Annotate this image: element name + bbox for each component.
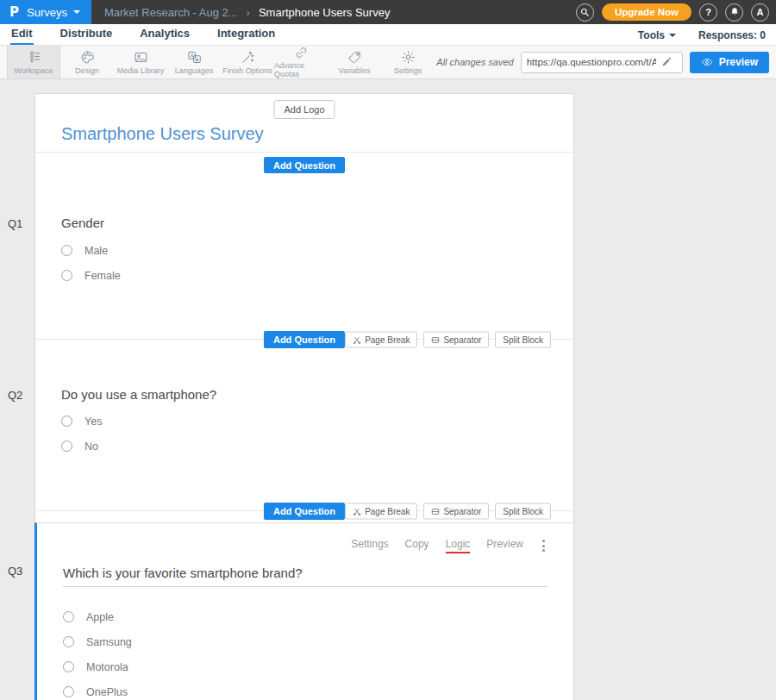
toolbar-item-variables[interactable]: Variables — [328, 46, 381, 78]
separator-button[interactable]: Separator — [423, 332, 489, 348]
toolbar-item-label: Variables — [339, 66, 371, 75]
radio-button[interactable] — [63, 636, 74, 647]
survey-title[interactable]: Smartphone Users Survey — [61, 124, 264, 144]
tab-integration[interactable]: Integration — [216, 24, 276, 45]
page-break-label: Page Break — [365, 335, 410, 345]
radio-button[interactable] — [61, 441, 72, 452]
option-label[interactable]: Male — [84, 245, 108, 257]
toolbar-item-label: Media Library — [117, 66, 165, 75]
radio-button[interactable] — [61, 245, 72, 256]
answer-option: Samsung — [63, 634, 548, 650]
edit-url-button[interactable] — [661, 57, 677, 67]
page-break-button[interactable]: Page Break — [345, 332, 417, 348]
question-copy-link[interactable]: Copy — [405, 538, 429, 553]
preview-label: Preview — [719, 56, 758, 68]
toolbar-item-label: Design — [75, 66, 99, 75]
toolbar-item-design[interactable]: Design — [60, 46, 114, 78]
account-avatar[interactable]: A — [751, 3, 769, 22]
option-label[interactable]: Apple — [86, 611, 114, 623]
toolbar-item-label: Settings — [394, 66, 422, 75]
option-label[interactable]: Samsung — [86, 636, 132, 648]
separator-icon — [431, 507, 440, 516]
help-button[interactable]: ? — [699, 3, 717, 22]
top-bar: P Surveys Market Research - Aug 2... › S… — [0, 0, 776, 24]
question-text[interactable]: Which is your favorite smartphone brand? — [63, 566, 548, 587]
tools-label: Tools — [638, 29, 665, 41]
survey-url-input[interactable] — [522, 57, 661, 67]
chain-link-icon — [294, 46, 309, 59]
toolbar-item-advance-quotas[interactable]: Advance Quotas — [274, 46, 328, 78]
search-button[interactable] — [576, 3, 594, 22]
question-block-q2: Q2 Do you use a smartphone? Yes No — [35, 340, 573, 510]
toolbar-item-settings[interactable]: Settings — [381, 46, 435, 78]
breadcrumb: Market Research - Aug 2... › Smartphone … — [104, 6, 390, 19]
more-options-icon[interactable] — [540, 538, 548, 553]
option-label[interactable]: Yes — [84, 416, 102, 428]
option-label[interactable]: Female — [84, 270, 121, 282]
workspace-pen-list-icon — [27, 50, 41, 65]
radio-button[interactable] — [61, 416, 72, 427]
tab-edit[interactable]: Edit — [10, 24, 34, 45]
separator-label: Separator — [443, 335, 481, 345]
responses-count[interactable]: Responses: 0 — [698, 29, 766, 41]
image-icon — [134, 50, 148, 65]
notifications-button[interactable] — [725, 3, 743, 22]
gear-icon — [401, 50, 416, 65]
survey-canvas: Add Logo Smartphone Users Survey Add Que… — [0, 79, 776, 700]
add-logo-button[interactable]: Add Logo — [273, 100, 335, 119]
breadcrumb-separator: › — [247, 6, 250, 19]
add-question-button[interactable]: Add Question — [264, 503, 345, 520]
option-label[interactable]: No — [84, 441, 98, 453]
palette-icon — [80, 50, 95, 65]
block-divider: Add Question Page Break Separator Split … — [35, 510, 573, 511]
bell-icon — [729, 7, 740, 17]
radio-button[interactable] — [63, 661, 74, 672]
question-action-menu: Settings Copy Logic Preview — [37, 523, 573, 553]
help-icon: ? — [705, 7, 711, 17]
avatar-letter: A — [757, 7, 764, 17]
split-block-button[interactable]: Split Block — [495, 503, 551, 520]
block-divider: Add Question Page Break Separator Split … — [35, 339, 573, 340]
option-label[interactable]: Motorola — [86, 661, 128, 673]
chevron-down-icon — [73, 10, 80, 14]
question-preview-link[interactable]: Preview — [486, 538, 523, 553]
upgrade-now-button[interactable]: Upgrade Now — [602, 3, 692, 21]
toolbar-item-workspace[interactable]: Workspace — [7, 46, 60, 78]
tab-analytics[interactable]: Analytics — [139, 24, 191, 45]
question-settings-link[interactable]: Settings — [351, 538, 388, 553]
toolbar-item-label: Workspace — [15, 66, 53, 75]
radio-button[interactable] — [61, 270, 72, 281]
page-break-label: Page Break — [365, 507, 410, 516]
surveys-product-menu[interactable]: P Surveys — [0, 0, 91, 24]
breadcrumb-current[interactable]: Smartphone Users Survey — [259, 6, 390, 19]
chevron-down-icon — [669, 34, 676, 37]
question-text[interactable]: Gender — [61, 216, 548, 230]
tools-dropdown[interactable]: Tools — [638, 29, 676, 41]
split-block-label: Split Block — [503, 335, 543, 345]
toolbar-item-label: Finish Options — [222, 66, 272, 75]
toolbar-item-finish-options[interactable]: Finish Options — [221, 46, 274, 78]
tab-distribute[interactable]: Distribute — [59, 24, 114, 45]
option-label[interactable]: OnePlus — [86, 686, 128, 698]
add-question-button[interactable]: Add Question — [264, 157, 345, 173]
page-break-button[interactable]: Page Break — [345, 503, 417, 520]
breadcrumb-folder[interactable]: Market Research - Aug 2... — [104, 6, 238, 19]
question-block-q1: Add Question Q1 Gender Male Female — [35, 153, 573, 339]
radio-button[interactable] — [63, 611, 74, 622]
scissors-icon — [353, 335, 361, 344]
answer-option: Male — [61, 242, 548, 259]
add-question-button[interactable]: Add Question — [264, 331, 345, 348]
toolbar-item-media-library[interactable]: Media Library — [114, 46, 167, 78]
question-text[interactable]: Do you use a smartphone? — [61, 387, 548, 402]
separator-label: Separator — [443, 507, 481, 516]
preview-button[interactable]: Preview — [690, 52, 769, 73]
separator-button[interactable]: Separator — [423, 503, 489, 520]
survey-card: Add Logo Smartphone Users Survey Add Que… — [34, 93, 574, 700]
answer-option: Apple — [63, 609, 548, 625]
radio-button[interactable] — [63, 686, 74, 697]
question-logic-link[interactable]: Logic — [446, 538, 471, 553]
toolbar-item-label: Languages — [175, 66, 214, 75]
section-nav: Edit Distribute Analytics Integration To… — [0, 24, 776, 46]
toolbar-item-languages[interactable]: Languages — [167, 46, 221, 78]
split-block-button[interactable]: Split Block — [495, 332, 551, 348]
